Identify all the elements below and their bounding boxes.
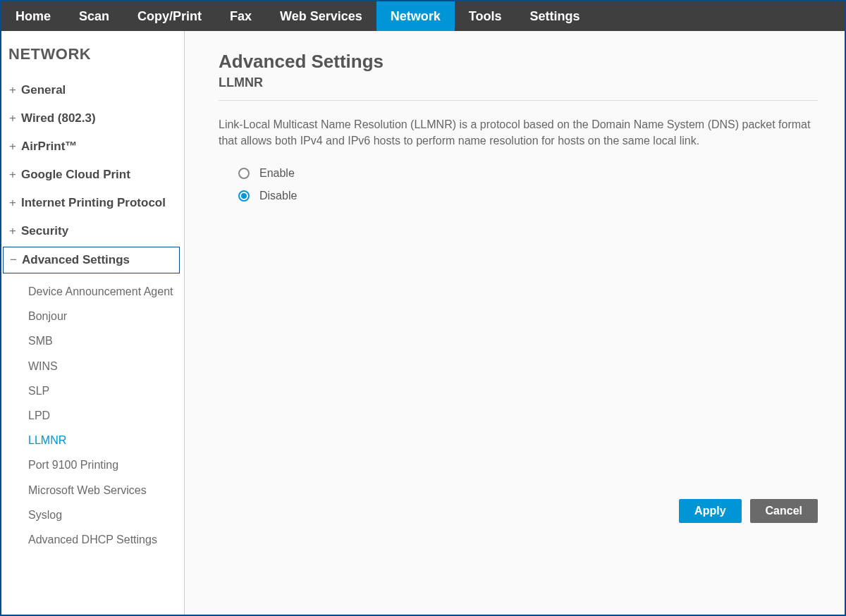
page-subtitle: LLMNR — [219, 75, 818, 90]
sidebar-item-label: Internet Printing Protocol — [21, 196, 166, 210]
tab-fax[interactable]: Fax — [216, 1, 266, 31]
sidebar-item-advanced-settings[interactable]: − Advanced Settings — [3, 247, 180, 273]
tab-settings[interactable]: Settings — [516, 1, 594, 31]
subnav-syslog[interactable]: Syslog — [25, 503, 184, 527]
subnav-port-9100[interactable]: Port 9100 Printing — [25, 452, 184, 477]
button-bar: Apply Cancel — [679, 499, 818, 523]
sidebar-item-label: General — [21, 83, 66, 97]
plus-icon: + — [8, 196, 17, 210]
radio-icon — [238, 190, 250, 202]
sidebar: NETWORK + General + Wired (802.3) + AirP… — [1, 31, 185, 615]
subnav-ms-web-services[interactable]: Microsoft Web Services — [25, 478, 184, 503]
sidebar-item-label: Advanced Settings — [22, 253, 130, 267]
sidebar-item-wired[interactable]: + Wired (802.3) — [1, 104, 184, 133]
subnav-wins[interactable]: WINS — [25, 354, 184, 378]
sidebar-item-label: AirPrint™ — [21, 140, 77, 154]
subnav-slp[interactable]: SLP — [25, 378, 184, 403]
minus-icon: − — [9, 253, 18, 267]
tab-network[interactable]: Network — [376, 1, 455, 31]
sidebar-item-label: Security — [21, 224, 68, 238]
radio-icon — [238, 168, 250, 179]
subnav-advanced-dhcp[interactable]: Advanced DHCP Settings — [25, 527, 184, 552]
sidebar-item-security[interactable]: + Security — [1, 217, 184, 245]
sidebar-item-label: Wired (802.3) — [21, 111, 96, 125]
plus-icon: + — [8, 83, 17, 97]
subnav-smb[interactable]: SMB — [25, 328, 184, 353]
radio-label: Enable — [259, 167, 295, 180]
radio-enable[interactable]: Enable — [238, 167, 818, 180]
plus-icon: + — [8, 111, 17, 125]
sidebar-item-google-cloud-print[interactable]: + Google Cloud Print — [1, 161, 184, 189]
sidebar-title: NETWORK — [1, 45, 184, 76]
sidebar-item-airprint[interactable]: + AirPrint™ — [1, 133, 184, 161]
sidebar-subnav: Device Announcement Agent Bonjour SMB WI… — [1, 275, 184, 552]
subnav-llmnr[interactable]: LLMNR — [25, 428, 184, 452]
subnav-bonjour[interactable]: Bonjour — [25, 304, 184, 328]
cancel-button[interactable]: Cancel — [750, 499, 818, 523]
page-description: Link-Local Multicast Name Resolution (LL… — [219, 116, 818, 149]
sidebar-item-label: Google Cloud Print — [21, 168, 130, 182]
apply-button[interactable]: Apply — [679, 499, 741, 523]
top-nav: Home Scan Copy/Print Fax Web Services Ne… — [1, 1, 845, 31]
sidebar-item-general[interactable]: + General — [1, 76, 184, 104]
llmnr-radio-group: Enable Disable — [219, 167, 818, 212]
tab-tools[interactable]: Tools — [455, 1, 516, 31]
sidebar-item-ipp[interactable]: + Internet Printing Protocol — [1, 189, 184, 217]
radio-disable[interactable]: Disable — [238, 190, 818, 202]
subnav-device-announcement-agent[interactable]: Device Announcement Agent — [25, 279, 184, 304]
divider — [219, 100, 818, 101]
main-panel: Advanced Settings LLMNR Link-Local Multi… — [185, 31, 845, 615]
tab-web-services[interactable]: Web Services — [266, 1, 376, 31]
radio-label: Disable — [259, 190, 297, 202]
plus-icon: + — [8, 224, 17, 238]
tab-scan[interactable]: Scan — [65, 1, 123, 31]
tab-home[interactable]: Home — [1, 1, 65, 31]
page-title: Advanced Settings — [219, 51, 818, 73]
tab-copy-print[interactable]: Copy/Print — [123, 1, 216, 31]
plus-icon: + — [8, 140, 17, 154]
plus-icon: + — [8, 168, 17, 182]
subnav-lpd[interactable]: LPD — [25, 403, 184, 428]
